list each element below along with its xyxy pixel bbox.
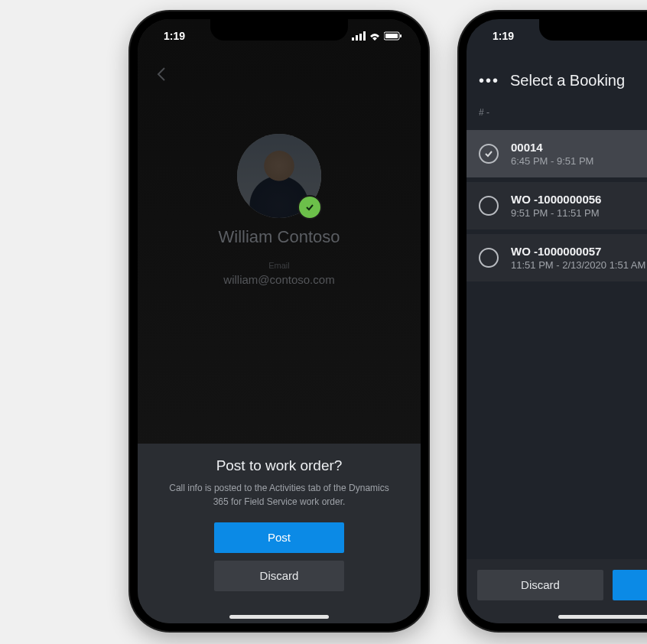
profile-name: William Contoso [138,227,421,247]
email-label: Email [138,261,421,270]
sheet-subtitle: Call info is posted to the Activities ta… [161,482,398,509]
screen-left: 1:19 William Contoso Email william@conto… [138,19,421,623]
list-subheader: # - [479,107,489,118]
home-indicator[interactable] [229,615,329,619]
status-time: 1:19 [493,30,514,42]
nav-title: Select a Booking [510,72,625,89]
screen-right: 1:19 ••• Select a Booking # - 00014 6:45… [467,19,647,623]
cellular-icon [352,31,366,41]
notch [539,19,647,41]
post-sheet: Post to work order? Call info is posted … [138,444,421,623]
discard-button[interactable]: Discard [477,570,603,600]
notch [210,19,348,41]
booking-item[interactable]: WO -1000000056 9:51 PM - 11:51 PM [467,182,647,229]
radio-icon[interactable] [479,248,499,268]
svg-rect-2 [359,34,362,41]
booking-list: 00014 6:45 PM - 9:51 PM WO -1000000056 9… [467,130,647,286]
nav-bar: ••• Select a Booking [467,61,647,99]
status-icons [352,31,402,41]
wifi-icon [369,31,381,41]
bottom-action-bar: Discard [467,559,647,623]
post-button[interactable]: Post [214,522,344,553]
booking-title: WO -1000000056 [511,193,647,206]
status-time: 1:19 [164,30,185,42]
booking-title: 00014 [511,141,647,154]
phone-frame-left: 1:19 William Contoso Email william@conto… [130,11,428,631]
booking-title: WO -1000000057 [511,245,647,258]
profile-section: William Contoso Email william@contoso.co… [138,134,421,286]
booking-time: 6:45 PM - 9:51 PM [511,155,647,167]
more-icon[interactable]: ••• [479,72,499,89]
back-icon[interactable] [153,65,171,83]
confirm-button[interactable] [613,570,647,600]
sheet-title: Post to work order? [150,457,408,474]
battery-icon [384,31,402,41]
phone-frame-right: 1:19 ••• Select a Booking # - 00014 6:45… [459,11,647,631]
discard-button[interactable]: Discard [214,561,344,591]
home-indicator[interactable] [558,615,647,619]
svg-rect-0 [352,37,354,41]
svg-rect-1 [356,35,358,41]
booking-item[interactable]: WO -1000000057 11:51 PM - 2/13/2020 1:51… [467,234,647,281]
radio-selected-icon[interactable] [479,144,499,164]
booking-item[interactable]: 00014 6:45 PM - 9:51 PM [467,130,647,177]
presence-check-icon [297,195,322,220]
booking-time: 11:51 PM - 2/13/2020 1:51 AM [511,259,647,271]
svg-rect-6 [400,34,402,37]
booking-time: 9:51 PM - 11:51 PM [511,207,647,219]
radio-icon[interactable] [479,196,499,216]
svg-rect-3 [363,31,366,41]
email-value: william@contoso.com [138,273,421,286]
svg-rect-5 [385,34,398,38]
